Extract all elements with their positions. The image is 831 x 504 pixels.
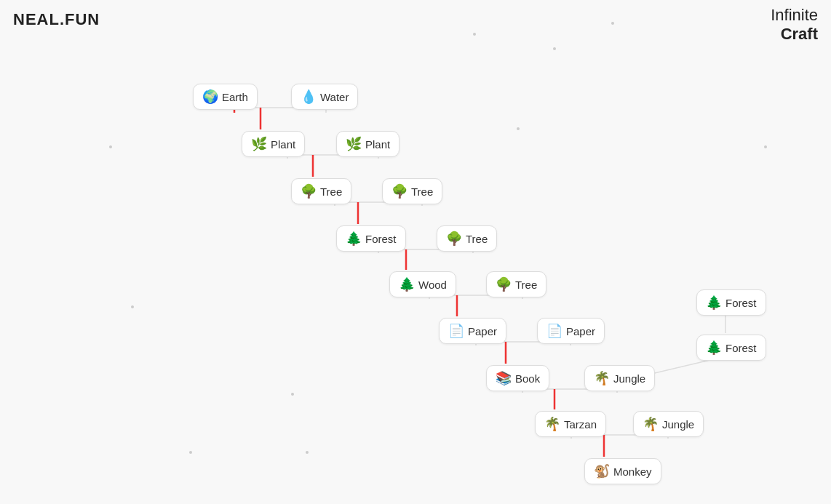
plant2-emoji: 🌿 [346, 136, 362, 152]
tarzan-label: Tarzan [564, 418, 597, 431]
plant2-label: Plant [365, 138, 390, 151]
tree3-emoji: 🌳 [446, 231, 462, 247]
craft-item-earth[interactable]: 🌍Earth [193, 84, 258, 110]
earth-label: Earth [222, 91, 248, 103]
craft-item-jungle2[interactable]: 🌴Jungle [633, 411, 704, 437]
dot [553, 47, 556, 50]
jungle2-emoji: 🌴 [643, 416, 659, 432]
forest1-emoji: 🌲 [346, 231, 362, 247]
craft-item-tree3[interactable]: 🌳Tree [437, 225, 497, 252]
craft-item-paper1[interactable]: 📄Paper [439, 318, 506, 344]
tree3-label: Tree [466, 233, 488, 245]
craft-item-tarzan[interactable]: 🌴Tarzan [535, 411, 606, 437]
water-label: Water [320, 91, 349, 103]
dot [109, 145, 112, 148]
craft-item-tree2[interactable]: 🌳Tree [382, 178, 442, 204]
jungle1-label: Jungle [613, 372, 645, 385]
dot [473, 33, 476, 36]
wood-emoji: 🌲 [399, 276, 415, 292]
dot [189, 451, 192, 454]
craft-item-tree1[interactable]: 🌳Tree [291, 178, 351, 204]
forest2-emoji: 🌲 [706, 295, 722, 311]
tree1-emoji: 🌳 [301, 183, 317, 199]
logo-neal: NEAL.FUN [13, 10, 100, 29]
water-emoji: 💧 [301, 89, 317, 105]
dot [611, 22, 614, 25]
craft-item-forest1[interactable]: 🌲Forest [336, 225, 406, 252]
dot [131, 305, 134, 308]
tree2-label: Tree [411, 185, 433, 198]
craft-item-tree4[interactable]: 🌳Tree [486, 271, 546, 297]
dot [306, 451, 309, 454]
craft-item-jungle1[interactable]: 🌴Jungle [584, 365, 655, 391]
jungle2-label: Jungle [662, 418, 694, 431]
forest3-emoji: 🌲 [706, 340, 722, 356]
tree4-label: Tree [515, 279, 537, 291]
craft-item-wood[interactable]: 🌲Wood [389, 271, 456, 297]
tree1-label: Tree [320, 185, 342, 198]
monkey-label: Monkey [613, 465, 652, 478]
plant1-label: Plant [271, 138, 295, 151]
craft-item-book[interactable]: 📚Book [486, 365, 549, 391]
plant1-emoji: 🌿 [251, 136, 267, 152]
tarzan-emoji: 🌴 [544, 416, 560, 432]
book-label: Book [515, 372, 540, 385]
forest3-label: Forest [725, 342, 757, 354]
tree4-emoji: 🌳 [496, 276, 512, 292]
craft-item-plant2[interactable]: 🌿Plant [336, 131, 399, 157]
paper2-label: Paper [566, 325, 595, 337]
dot [291, 393, 294, 396]
craft-item-forest3[interactable]: 🌲Forest [696, 335, 766, 361]
craft-item-paper2[interactable]: 📄Paper [537, 318, 605, 344]
earth-emoji: 🌍 [202, 89, 218, 105]
craft-item-forest2[interactable]: 🌲Forest [696, 289, 766, 316]
book-emoji: 📚 [496, 370, 512, 386]
paper1-label: Paper [468, 325, 497, 337]
forest2-label: Forest [725, 297, 757, 309]
wood-label: Wood [418, 279, 447, 291]
connectors-svg [0, 0, 831, 504]
paper1-emoji: 📄 [448, 323, 464, 339]
dot [764, 145, 767, 148]
monkey-emoji: 🐒 [594, 463, 610, 479]
craft-item-monkey[interactable]: 🐒Monkey [584, 458, 661, 484]
craft-item-plant1[interactable]: 🌿Plant [242, 131, 305, 157]
paper2-emoji: 📄 [546, 323, 562, 339]
forest1-label: Forest [365, 233, 397, 245]
jungle1-emoji: 🌴 [594, 370, 610, 386]
craft-area: NEAL.FUN Infinite Craft [0, 0, 831, 504]
craft-item-water[interactable]: 💧Water [291, 84, 358, 110]
dot [517, 127, 520, 130]
logo-infinite: Infinite Craft [771, 6, 818, 44]
tree2-emoji: 🌳 [391, 183, 407, 199]
